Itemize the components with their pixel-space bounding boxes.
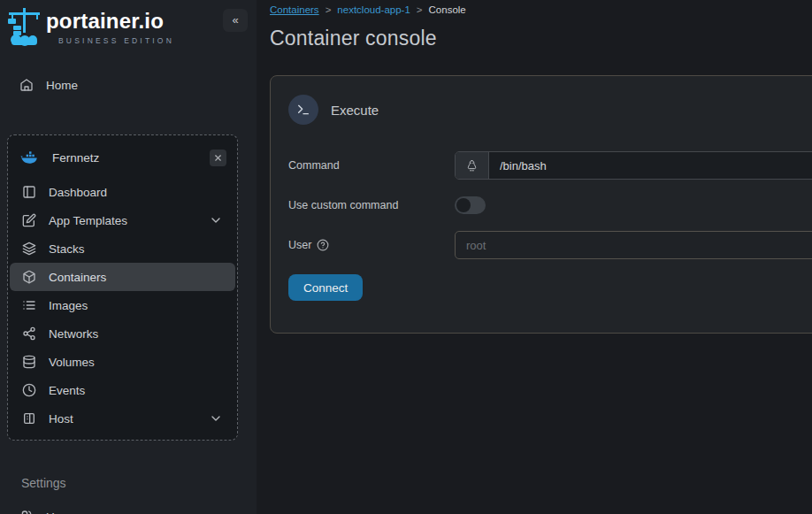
sidebar: portainer.io BUSINESS EDITION « Home: [0, 0, 257, 514]
docker-whale-icon: [20, 149, 38, 166]
user-row: User: [288, 231, 812, 259]
database-icon: [22, 355, 36, 369]
environment-header[interactable]: Fernnetz: [10, 142, 235, 173]
box-icon: [22, 270, 36, 284]
sidebar-item-label: Images: [49, 299, 88, 312]
sidebar-item-label: Dashboard: [49, 186, 107, 199]
main-content: Containers > nextcloud-app-1 > Console C…: [257, 0, 812, 514]
breadcrumb-separator: >: [417, 4, 423, 15]
command-label: Command: [288, 159, 455, 172]
breadcrumb: Containers > nextcloud-app-1 > Console: [270, 4, 812, 15]
linux-penguin-icon: [456, 152, 489, 179]
command-input-group: [455, 151, 812, 180]
logo-row: portainer.io BUSINESS EDITION «: [0, 0, 257, 51]
breadcrumb-current: Console: [429, 4, 466, 15]
settings-section-label: Settings: [21, 476, 257, 490]
logo-subtitle: BUSINESS EDITION: [46, 36, 174, 45]
app-window: portainer.io BUSINESS EDITION « Home: [0, 0, 812, 514]
sidebar-item-app-templates[interactable]: App Templates: [10, 206, 235, 234]
user-label: User: [288, 239, 455, 251]
sidebar-item-containers[interactable]: Containers: [10, 263, 235, 291]
users-icon: [19, 510, 34, 514]
connect-button[interactable]: Connect: [288, 274, 363, 301]
console-widget: Execute Command Use custom command User: [270, 75, 812, 334]
chevron-down-icon: [209, 213, 223, 227]
command-input[interactable]: [489, 152, 812, 179]
share-icon: [22, 326, 36, 341]
use-custom-command-row: Use custom command: [288, 196, 812, 214]
sidebar-item-events[interactable]: Events: [10, 376, 235, 404]
environment-close-button[interactable]: [210, 150, 226, 166]
logo-text: portainer.io BUSINESS EDITION: [46, 11, 174, 45]
sidebar-item-volumes[interactable]: Volumes: [10, 348, 235, 376]
page-title: Container console: [270, 27, 812, 50]
sidebar-item-label: Networks: [49, 327, 98, 341]
sidebar-item-label: Volumes: [49, 356, 95, 369]
clock-icon: [22, 383, 36, 397]
chevron-down-icon: [219, 510, 234, 514]
widget-title: Execute: [331, 103, 379, 118]
breadcrumb-link-container[interactable]: nextcloud-app-1: [337, 4, 410, 15]
portainer-logo-icon: [7, 7, 42, 46]
chevron-down-icon: [209, 411, 223, 426]
command-row: Command: [288, 151, 812, 180]
host-icon: [22, 411, 36, 426]
sidebar-item-label: Events: [49, 384, 85, 397]
sidebar-item-host[interactable]: Host: [10, 404, 235, 433]
toggle-knob: [456, 198, 471, 212]
list-icon: [22, 298, 36, 312]
widget-header: Execute: [288, 95, 812, 125]
dashboard-icon: [22, 185, 36, 199]
user-label-text: User: [288, 239, 311, 251]
home-icon: [19, 78, 34, 92]
sidebar-item-label: Home: [46, 79, 78, 92]
environment-group: Fernnetz Dashboard App Templates: [7, 134, 238, 441]
use-custom-command-label: Use custom command: [288, 199, 455, 211]
edit-icon: [22, 213, 36, 227]
breadcrumb-link-containers[interactable]: Containers: [270, 4, 319, 15]
sidebar-item-home[interactable]: Home: [7, 71, 246, 99]
sidebar-item-stacks[interactable]: Stacks: [10, 234, 235, 263]
sidebar-collapse-button[interactable]: «: [223, 9, 248, 32]
environment-name: Fernnetz: [52, 151, 99, 165]
use-custom-command-toggle[interactable]: [455, 196, 486, 214]
sidebar-item-label: Host: [49, 412, 73, 426]
help-icon: [317, 239, 329, 251]
sidebar-item-images[interactable]: Images: [10, 291, 235, 319]
sidebar-item-label: Stacks: [49, 242, 85, 256]
sidebar-item-label: Users: [46, 510, 77, 514]
user-input[interactable]: [455, 231, 812, 259]
logo-title: portainer.io: [46, 11, 174, 32]
sidebar-item-label: App Templates: [49, 214, 127, 227]
terminal-icon: [288, 95, 318, 125]
layers-icon: [22, 242, 36, 256]
sidebar-item-users[interactable]: Users: [7, 502, 246, 514]
sidebar-item-dashboard[interactable]: Dashboard: [10, 178, 235, 206]
sidebar-item-networks[interactable]: Networks: [10, 319, 235, 348]
sidebar-item-label: Containers: [49, 271, 106, 284]
breadcrumb-separator: >: [326, 4, 332, 15]
